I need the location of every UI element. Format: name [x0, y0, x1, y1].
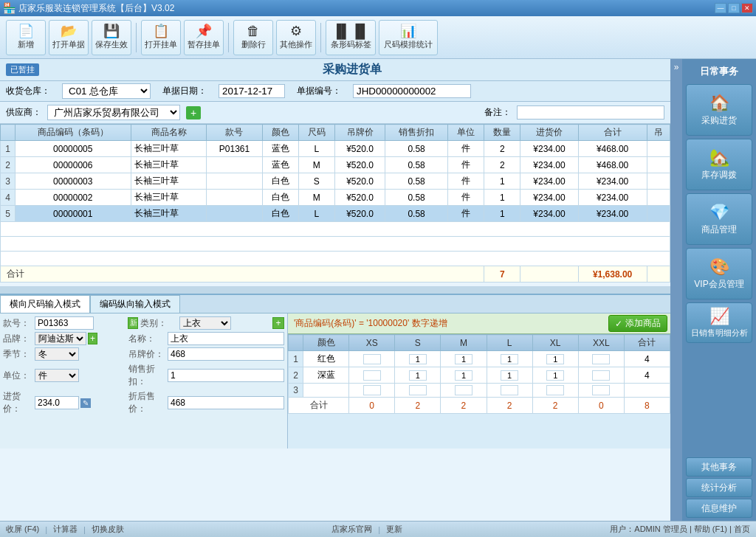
- size-stats-label: 尺码模排统计: [384, 39, 433, 50]
- sidebar-expand[interactable]: »: [670, 59, 682, 521]
- size-row-l[interactable]: [487, 351, 532, 367]
- size-row[interactable]: 3: [289, 384, 670, 398]
- status-calculator[interactable]: 计算器: [53, 524, 78, 535]
- unit-select[interactable]: 件: [35, 369, 79, 382]
- cost-price-input[interactable]: [35, 396, 79, 409]
- sidebar-item-inventory[interactable]: 🏡 库存调拨: [686, 139, 752, 190]
- category-label: 类别：: [140, 317, 177, 330]
- order-no-input[interactable]: [353, 84, 471, 98]
- open-record-button[interactable]: 📂 打开单据: [49, 20, 89, 55]
- discount-input[interactable]: [168, 369, 284, 382]
- row-tag: [647, 206, 670, 222]
- checkmark-icon: ✓: [615, 319, 622, 329]
- row-cost-price: ¥234.00: [520, 173, 578, 190]
- table-row[interactable]: 4 00000002 长袖三叶草 白色 M ¥520.0 0.58 件 1 ¥2…: [1, 190, 670, 206]
- size-row-l[interactable]: [487, 367, 532, 384]
- brand-select[interactable]: 阿迪达斯: [35, 332, 86, 345]
- sidebar-item-goods[interactable]: 💎 商品管理: [686, 193, 752, 245]
- sidebar-stats-btn[interactable]: 统计分析: [686, 478, 752, 497]
- size-color-table-wrapper: '商品编码(条码)' = '10000020' 数字递增 ✓ 添加商品: [288, 313, 670, 448]
- size-row-s[interactable]: [395, 367, 441, 384]
- size-row-m[interactable]: [441, 367, 487, 384]
- col-name: 商品名称: [131, 125, 207, 141]
- table-row[interactable]: 3 00000003 长袖三叶草 白色 S ¥520.0 0.58 件 1 ¥2…: [1, 173, 670, 190]
- row-unit: 件: [448, 157, 484, 173]
- style-no-input[interactable]: [35, 316, 94, 330]
- size-row-xl[interactable]: [532, 351, 578, 367]
- size-row-xs[interactable]: [349, 384, 395, 398]
- size-row[interactable]: 1 红色 4: [289, 351, 670, 367]
- size-row-xl[interactable]: [532, 384, 578, 398]
- category-select[interactable]: 上衣: [179, 316, 231, 330]
- sidebar-other-btn[interactable]: 其他事务: [686, 457, 752, 477]
- size-row-s[interactable]: [395, 351, 441, 367]
- close-btn[interactable]: ✕: [741, 3, 753, 13]
- status-update[interactable]: 更新: [386, 524, 402, 535]
- table-row[interactable]: 1 00000005 长袖三叶草 P01361 蓝色 L ¥520.0 0.58…: [1, 141, 670, 157]
- remark-input[interactable]: [517, 105, 664, 119]
- size-row-l[interactable]: [487, 384, 532, 398]
- table-row[interactable]: 2 00000006 长袖三叶草 蓝色 M ¥520.0 0.58 件 2 ¥2…: [1, 157, 670, 173]
- col-size: 尺码: [298, 125, 334, 141]
- other-ops-button[interactable]: ⚙ 其他操作: [276, 20, 316, 55]
- minimize-btn[interactable]: —: [715, 3, 726, 13]
- sidebar-item-daily-sales[interactable]: 📈 日销售明细分析: [686, 302, 752, 343]
- tag-price-input[interactable]: [168, 347, 284, 361]
- tab-barcode-mode[interactable]: 横向尺码输入模式: [0, 295, 90, 313]
- delete-row-button[interactable]: 🗑 删除行: [233, 20, 273, 55]
- warehouse-select[interactable]: C01 总仓库: [62, 83, 151, 99]
- size-row-xxl[interactable]: [578, 351, 624, 367]
- maximize-btn[interactable]: □: [728, 3, 740, 13]
- sidebar-item-vip[interactable]: 🎨 VIP会员管理: [686, 248, 752, 299]
- row-style: [207, 157, 262, 173]
- new-button[interactable]: 📄 新增: [6, 20, 46, 55]
- status-tag: 已暂挂: [6, 63, 39, 76]
- goods-name-input[interactable]: [168, 332, 284, 345]
- cost-price-label: 进货价：: [3, 390, 32, 415]
- date-input[interactable]: [219, 84, 285, 98]
- row-size: L: [298, 141, 334, 157]
- barcode-button[interactable]: ▐▌▐▌ 条形码标签: [326, 20, 376, 55]
- status-website[interactable]: 店家乐官网: [331, 524, 372, 535]
- add-supplier-button[interactable]: +: [186, 106, 201, 119]
- size-row[interactable]: 2 深蓝 4: [289, 367, 670, 384]
- new-style-btn[interactable]: 新: [128, 317, 138, 329]
- size-stats-button[interactable]: 📊 尺码模排统计: [379, 20, 438, 55]
- size-row-m[interactable]: [441, 384, 487, 398]
- edit-icon[interactable]: ✎: [80, 398, 91, 408]
- add-brand-btn[interactable]: +: [88, 333, 97, 344]
- tab-vertical-mode[interactable]: 编码纵向输入模式: [90, 295, 180, 313]
- table-row[interactable]: 5 00000001 长袖三叶草 白色 L ¥520.0 0.58 件 1 ¥2…: [1, 206, 670, 222]
- size-row-num: 3: [289, 384, 303, 398]
- total-row: 合计 7 ¥1,638.00: [1, 266, 670, 283]
- status-shrink[interactable]: 收屏 (F4): [6, 524, 39, 535]
- add-category-btn[interactable]: +: [272, 317, 284, 329]
- size-row-xxl[interactable]: [578, 367, 624, 384]
- sidebar-item-purchase[interactable]: 🏠 采购进货: [686, 84, 752, 136]
- row-color: 白色: [262, 190, 298, 206]
- supplier-select[interactable]: 广州店家乐贸易有限公司: [47, 105, 180, 120]
- size-row-xs[interactable]: [349, 351, 395, 367]
- status-skin[interactable]: 切换皮肤: [92, 524, 124, 535]
- sidebar-maintain-btn[interactable]: 信息维护: [686, 499, 752, 518]
- sale-price-input[interactable]: [168, 396, 284, 409]
- season-select[interactable]: 冬: [35, 347, 79, 361]
- size-row-xxl[interactable]: [578, 384, 624, 398]
- col-tag: 吊: [647, 125, 670, 141]
- size-row-xs[interactable]: [349, 367, 395, 384]
- open-pending-button[interactable]: 📋 打开挂单: [141, 20, 181, 55]
- row-qty: 2: [484, 141, 520, 157]
- h-scrollbar[interactable]: [0, 286, 670, 294]
- row-unit: 件: [448, 206, 484, 222]
- save-button[interactable]: 💾 保存生效: [92, 20, 131, 55]
- suspend-button[interactable]: 📌 暂存挂单: [184, 20, 224, 55]
- add-goods-label: 添加商品: [625, 317, 661, 330]
- size-row-s[interactable]: [395, 384, 441, 398]
- size-row-xl[interactable]: [532, 367, 578, 384]
- row-cost-price: ¥234.00: [520, 206, 578, 222]
- title-bar: 🏪 店家乐服装连锁管理系统【后台】V3.02 — □ ✕: [0, 0, 756, 16]
- goods-label: 商品管理: [701, 224, 737, 236]
- hint-text: '商品编码(条码)' = '10000020' 数字递增: [291, 316, 450, 331]
- size-row-m[interactable]: [441, 351, 487, 367]
- add-goods-button[interactable]: ✓ 添加商品: [608, 315, 667, 332]
